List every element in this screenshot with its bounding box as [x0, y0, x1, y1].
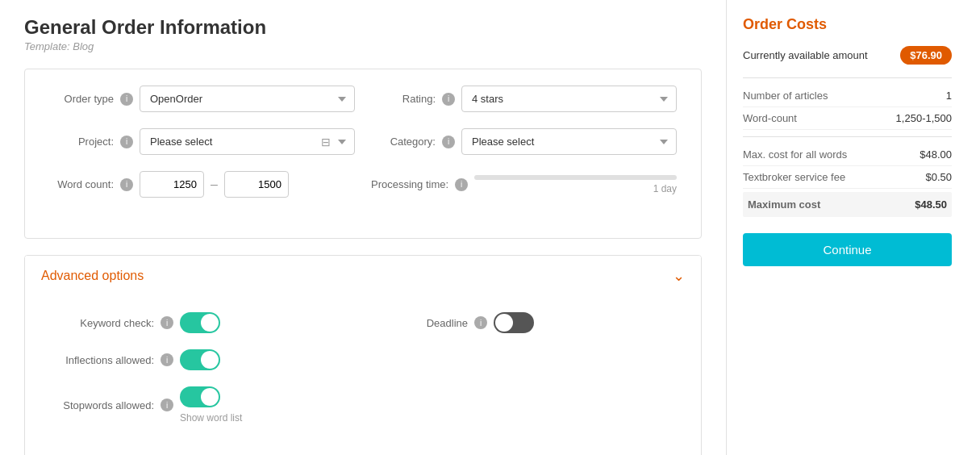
inflections-info-icon[interactable]: i: [161, 353, 173, 366]
advanced-body: Keyword check: i ✓ Deadline i −: [25, 296, 701, 455]
rating-select[interactable]: 1 star 2 stars 3 stars 4 stars 5 stars: [461, 86, 677, 112]
advanced-header[interactable]: Advanced options ⌄: [25, 256, 701, 296]
order-type-select[interactable]: OpenOrder DirectOrder: [140, 86, 355, 112]
rating-info-icon[interactable]: i: [442, 93, 455, 106]
project-group: Project: i Please select ⊟: [49, 128, 355, 155]
deadline-group: Deadline i −: [363, 312, 677, 333]
inflections-toggle[interactable]: ✓: [180, 349, 220, 370]
toggle-check-inf-icon: ✓: [208, 353, 216, 365]
form-row-3: Word count: i – Processing time: i 1 day: [49, 171, 677, 198]
service-fee-value: $0.50: [925, 171, 952, 183]
toggle-row-3: Stopwords allowed: i ✓ Show word list: [49, 386, 677, 424]
number-of-articles-label: Number of articles: [743, 90, 828, 102]
category-group: Category: i Please select: [371, 128, 677, 155]
service-fee-label: Textbroker service fee: [743, 171, 845, 183]
stopwords-toggle[interactable]: ✓: [180, 386, 220, 407]
wordcount-label: Word count:: [49, 178, 114, 190]
processing-time-content: 1 day: [474, 175, 677, 194]
stopwords-info-icon[interactable]: i: [161, 399, 173, 411]
keyword-check-group: Keyword check: i ✓: [49, 312, 363, 333]
project-select-wrapper: Please select ⊟: [140, 128, 355, 155]
word-count-label: Word-count: [743, 112, 797, 124]
category-label: Category:: [371, 136, 436, 148]
maximum-cost-label: Maximum cost: [748, 198, 820, 211]
available-label: Currently available amount: [743, 49, 868, 61]
wordcount-max-input[interactable]: [224, 171, 289, 198]
wordcount-separator: –: [211, 177, 218, 192]
toggle-minus-icon: −: [498, 316, 505, 329]
toggle-check-icon: ✓: [208, 316, 216, 328]
general-order-form: Order type i OpenOrder DirectOrder Ratin…: [24, 69, 702, 239]
chevron-down-icon: ⌄: [673, 267, 685, 285]
deadline-empty-group: [363, 349, 677, 370]
show-word-list-link[interactable]: Show word list: [180, 412, 242, 424]
wordcount-group: Word count: i –: [49, 171, 355, 198]
rating-group: Rating: i 1 star 2 stars 3 stars 4 stars…: [371, 86, 677, 112]
project-info-icon[interactable]: i: [120, 136, 133, 148]
form-row-1: Order type i OpenOrder DirectOrder Ratin…: [49, 86, 677, 112]
max-cost-row: Max. cost for all words $48.00: [743, 144, 952, 166]
page-title: General Order Information: [24, 16, 702, 39]
stopwords-empty-group: [363, 386, 677, 424]
toggle-row-1: Keyword check: i ✓ Deadline i −: [49, 312, 677, 333]
processing-time-label: Processing time:: [371, 178, 448, 190]
rating-label: Rating:: [371, 93, 436, 105]
form-row-2: Project: i Please select ⊟ Category: i P…: [49, 128, 677, 155]
number-of-articles-row: Number of articles 1: [743, 85, 952, 107]
category-select[interactable]: Please select: [461, 128, 677, 155]
processing-time-group: Processing time: i 1 day: [371, 175, 677, 194]
word-count-value: 1,250-1,500: [896, 112, 952, 124]
inflections-group: Inflections allowed: i ✓: [49, 349, 363, 370]
max-cost-value: $48.00: [920, 148, 952, 161]
available-amount-badge: $76.90: [900, 46, 952, 65]
processing-time-info-icon[interactable]: i: [455, 178, 468, 191]
processing-time-value: 1 day: [653, 183, 677, 194]
toggle-row-2: Inflections allowed: i ✓: [49, 349, 677, 370]
keyword-check-label: Keyword check:: [49, 317, 154, 329]
divider-2: [743, 136, 952, 137]
order-type-info-icon[interactable]: i: [120, 93, 133, 106]
available-amount-row: Currently available amount $76.90: [743, 46, 952, 65]
word-count-row: Word-count 1,250-1,500: [743, 107, 952, 130]
page-subtitle: Template: Blog: [24, 40, 702, 52]
deadline-toggle[interactable]: −: [494, 312, 534, 333]
sidebar: Order Costs Currently available amount $…: [726, 0, 968, 455]
inflections-label: Inflections allowed:: [49, 354, 154, 366]
deadline-info-icon[interactable]: i: [474, 316, 487, 329]
maximum-cost-value: $48.50: [915, 198, 947, 211]
keyword-check-info-icon[interactable]: i: [161, 316, 173, 329]
wordcount-info-icon[interactable]: i: [120, 178, 133, 191]
order-type-label: Order type: [49, 93, 114, 105]
deadline-label: Deadline: [363, 317, 468, 329]
processing-time-bar: [474, 175, 677, 180]
continue-button[interactable]: Continue: [743, 233, 952, 266]
maximum-cost-row: Maximum cost $48.50: [743, 192, 952, 217]
max-cost-label: Max. cost for all words: [743, 148, 847, 161]
project-select[interactable]: Please select: [140, 128, 355, 155]
stopwords-group: Stopwords allowed: i ✓ Show word list: [49, 386, 363, 424]
advanced-section: Advanced options ⌄ Keyword check: i ✓ De…: [24, 255, 702, 455]
number-of-articles-value: 1: [946, 90, 952, 102]
order-type-group: Order type i OpenOrder DirectOrder: [49, 86, 355, 112]
advanced-title: Advanced options: [41, 269, 144, 283]
divider-1: [743, 77, 952, 78]
keyword-check-toggle[interactable]: ✓: [180, 312, 220, 333]
toggle-check-stop-icon: ✓: [208, 390, 216, 402]
wordcount-min-input[interactable]: [140, 171, 204, 198]
service-fee-row: Textbroker service fee $0.50: [743, 166, 952, 189]
project-label: Project:: [49, 136, 114, 148]
wordcount-inputs: –: [140, 171, 289, 198]
stopwords-toggle-col: ✓ Show word list: [180, 386, 242, 424]
stopwords-label: Stopwords allowed:: [49, 399, 154, 411]
sidebar-title: Order Costs: [743, 16, 952, 33]
category-info-icon[interactable]: i: [442, 136, 455, 148]
